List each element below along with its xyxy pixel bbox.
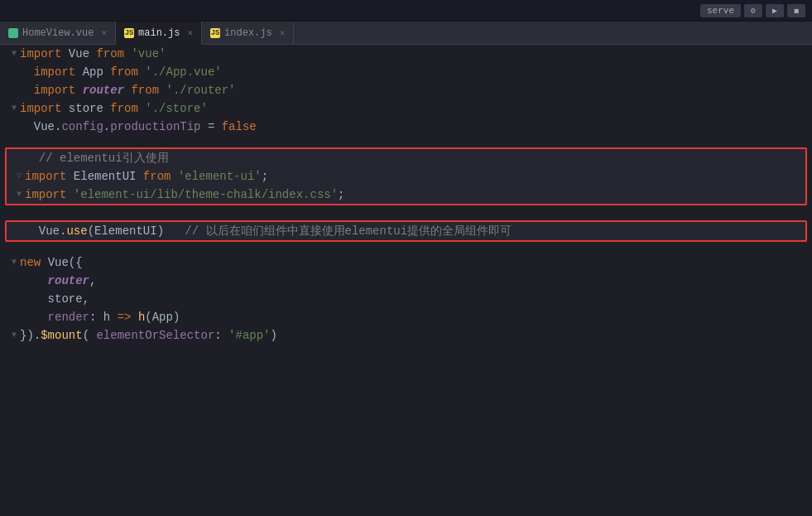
code-text-comment: // elementui引入使用 [25, 149, 805, 167]
code-text-5: Vue.config.productionTip = false [20, 118, 812, 136]
vue-icon [8, 28, 18, 38]
spacer-1 [0, 136, 812, 144]
tab-indexjs-label: index.js [224, 27, 272, 39]
fold-icon-1[interactable]: ▼ [8, 45, 20, 63]
icon-btn-2[interactable]: ▶ [766, 4, 784, 17]
highlight-block-1: // elementui引入使用 ▽ import ElementUI from… [5, 147, 807, 205]
code-text-3: import router from './router' [20, 81, 812, 99]
tab-homeview-close[interactable]: ✕ [101, 27, 107, 38]
tab-homeview-label: HomeView.vue [22, 27, 94, 39]
tab-indexjs-close[interactable]: ✕ [280, 27, 286, 38]
code-text-css: import 'element-ui/lib/theme-chalk/index… [25, 186, 805, 204]
code-text-newvue: new Vue({ [20, 253, 812, 272]
code-line-css-import: ▼ import 'element-ui/lib/theme-chalk/ind… [7, 186, 805, 204]
code-line-mount: ▼ }).$mount( elementOrSelector: '#app') [0, 326, 812, 345]
code-line-2: import App from './App.vue' [0, 63, 812, 81]
fold-icon-elementui[interactable]: ▽ [13, 167, 25, 186]
code-text-4: import store from './store' [20, 99, 812, 118]
code-text-elementui: import ElementUI from 'element-ui'; [25, 167, 805, 186]
code-line-newvue: ▼ new Vue({ [0, 253, 812, 272]
tab-bar: HomeView.vue ✕ JS main.js ✕ JS index.js … [0, 22, 812, 45]
code-line-5: Vue.config.productionTip = false [0, 118, 812, 136]
js-icon-main: JS [124, 28, 134, 38]
code-line-comment: // elementui引入使用 [7, 149, 805, 167]
code-line-1: ▼ import Vue from 'vue' [0, 45, 812, 63]
code-text-store: store, [20, 290, 812, 308]
code-line-store: store, [0, 290, 812, 308]
status-bar: serve ⚙ ▶ ◼ [0, 0, 812, 22]
spacer-2 [0, 209, 812, 217]
code-text-render: render: h => h(App) [20, 308, 812, 326]
code-editor: ▼ import Vue from 'vue' import App from … [0, 45, 812, 345]
code-line-router: router, [0, 272, 812, 290]
tab-mainis[interactable]: JS main.js ✕ [116, 22, 202, 45]
fold-icon-mount[interactable]: ▼ [8, 326, 20, 345]
tab-homeview[interactable]: HomeView.vue ✕ [0, 22, 116, 45]
code-line-elementui: ▽ import ElementUI from 'element-ui'; [7, 167, 805, 186]
fold-icon-newvue[interactable]: ▼ [8, 253, 20, 272]
icon-btn-1[interactable]: ⚙ [744, 4, 762, 17]
icon-btn-3[interactable]: ◼ [787, 4, 805, 17]
code-line-3: import router from './router' [0, 81, 812, 99]
code-text-router: router, [20, 272, 812, 290]
fold-icon-4[interactable]: ▼ [8, 99, 20, 118]
code-text-1: import Vue from 'vue' [20, 45, 812, 63]
serve-button[interactable]: serve [700, 4, 741, 17]
code-line-render: render: h => h(App) [0, 308, 812, 326]
spacer-3 [0, 245, 812, 253]
code-text-mount: }).$mount( elementOrSelector: '#app') [20, 326, 812, 345]
tab-indexjs[interactable]: JS index.js ✕ [202, 22, 294, 45]
highlight-block-2: Vue.use(ElementUI) // 以后在咱们组件中直接使用elemen… [5, 220, 807, 242]
code-line-vueuse: Vue.use(ElementUI) // 以后在咱们组件中直接使用elemen… [7, 222, 805, 240]
code-text-vueuse: Vue.use(ElementUI) // 以后在咱们组件中直接使用elemen… [25, 222, 805, 240]
tab-mainis-close[interactable]: ✕ [187, 27, 193, 38]
js-icon-index: JS [210, 28, 220, 38]
tab-mainis-label: main.js [138, 27, 180, 39]
code-line-4: ▼ import store from './store' [0, 99, 812, 118]
code-text-2: import App from './App.vue' [20, 63, 812, 81]
fold-icon-css[interactable]: ▼ [13, 186, 25, 204]
